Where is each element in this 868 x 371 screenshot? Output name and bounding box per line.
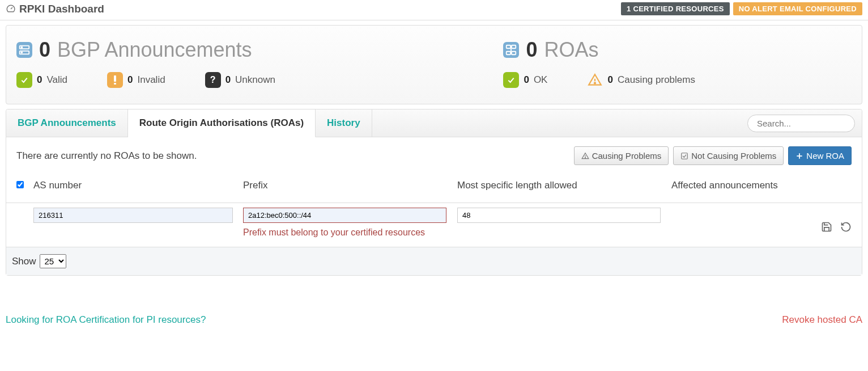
- page-title: RPKI Dashboard: [6, 3, 104, 15]
- roa-stats: 0 ROAs 0 OK 0 Causing problems: [503, 38, 852, 88]
- tab-roas[interactable]: Route Origin Authorisations (ROAs): [128, 109, 316, 137]
- svg-point-3: [22, 52, 23, 53]
- svg-point-12: [594, 82, 595, 83]
- table-row: Prefix must belong to your certified res…: [6, 203, 862, 247]
- new-roa-button[interactable]: New ROA: [788, 146, 852, 165]
- svg-rect-4: [114, 75, 116, 82]
- page-size-select[interactable]: 25: [40, 254, 66, 268]
- not-causing-problems-button[interactable]: Not Causing Problems: [673, 146, 784, 165]
- invalid-icon: [107, 72, 123, 88]
- ok-icon: [503, 72, 519, 88]
- roa-count: 0: [526, 38, 537, 62]
- check-square-icon: [680, 152, 688, 160]
- save-row-button[interactable]: [821, 221, 832, 233]
- bgp-stats: 0 BGP Announcements 0 Valid 0 Invalid: [16, 38, 480, 88]
- tab-bgp-announcements[interactable]: BGP Announcements: [6, 109, 128, 137]
- select-all-checkbox[interactable]: [16, 181, 24, 188]
- alert-email-badge[interactable]: NO ALERT EMAIL CONFIGURED: [733, 2, 862, 15]
- warning-icon: [581, 152, 589, 160]
- svg-rect-8: [507, 52, 510, 55]
- search-input[interactable]: [747, 115, 855, 132]
- col-as-number: AS number: [33, 180, 243, 191]
- warning-icon: [587, 72, 603, 88]
- unknown-icon: ?: [205, 72, 221, 88]
- valid-icon: [16, 72, 32, 88]
- show-label: Show: [12, 256, 36, 267]
- svg-rect-15: [682, 153, 688, 159]
- empty-message: There are currently no ROAs to be shown.: [16, 150, 197, 162]
- col-affected: Affected announcements: [671, 180, 852, 191]
- ok-stat: 0 OK: [503, 72, 547, 88]
- max-length-input[interactable]: [457, 208, 661, 223]
- causing-problems-button[interactable]: Causing Problems: [574, 146, 669, 165]
- pi-resources-link[interactable]: Looking for ROA Certification for PI res…: [6, 314, 206, 326]
- bgp-icon: [16, 42, 32, 58]
- plus-icon: [795, 152, 803, 160]
- certified-resources-badge[interactable]: 1 CERTIFIED RESOURCES: [621, 2, 730, 15]
- svg-point-2: [22, 47, 23, 48]
- prefix-input[interactable]: [243, 208, 446, 223]
- table-header: AS number Prefix Most specific length al…: [6, 174, 862, 203]
- reset-row-button[interactable]: [840, 221, 852, 233]
- col-max-length: Most specific length allowed: [457, 180, 671, 191]
- invalid-stat: 0 Invalid: [107, 72, 165, 88]
- svg-rect-5: [114, 83, 116, 85]
- problems-stat: 0 Causing problems: [587, 72, 695, 88]
- gauge-icon: [6, 4, 16, 14]
- col-prefix: Prefix: [243, 180, 457, 191]
- undo-icon: [840, 221, 852, 233]
- page-title-text: RPKI Dashboard: [19, 3, 104, 15]
- save-icon: [821, 221, 832, 233]
- roa-label: ROAs: [544, 38, 598, 62]
- svg-rect-9: [512, 52, 516, 55]
- tab-history[interactable]: History: [316, 109, 372, 137]
- svg-point-14: [585, 157, 585, 158]
- bgp-label: BGP Announcements: [57, 38, 252, 62]
- bgp-count: 0: [39, 38, 50, 62]
- valid-stat: 0 Valid: [16, 72, 67, 88]
- svg-rect-6: [507, 45, 510, 49]
- revoke-ca-link[interactable]: Revoke hosted CA: [782, 314, 862, 326]
- as-number-input[interactable]: [33, 208, 233, 223]
- roa-icon: [503, 42, 519, 58]
- unknown-stat: ? 0 Unknown: [205, 72, 275, 88]
- svg-rect-7: [512, 45, 516, 49]
- prefix-error-text: Prefix must belong to your certified res…: [243, 226, 436, 239]
